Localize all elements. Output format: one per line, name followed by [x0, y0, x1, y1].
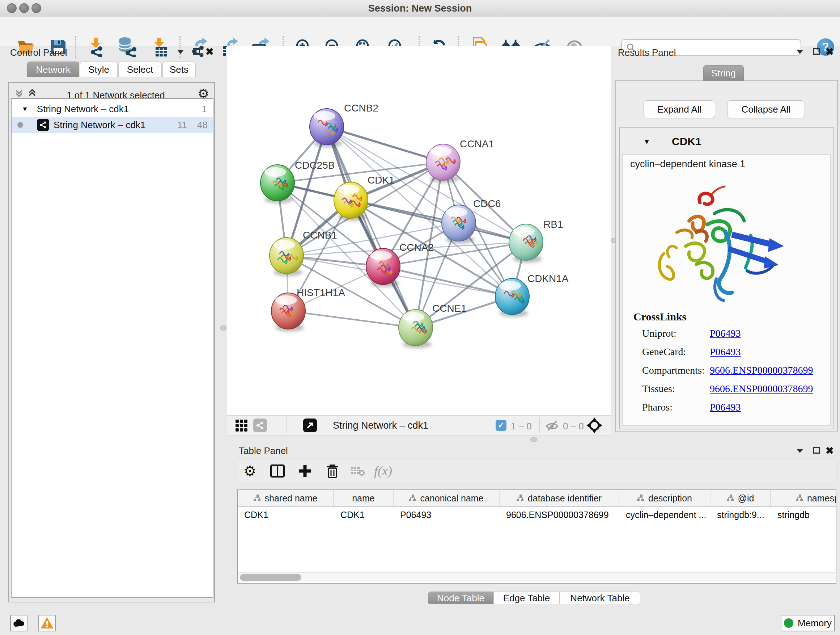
show-columns-icon[interactable]: [269, 463, 286, 479]
tab-style[interactable]: Style: [80, 62, 118, 77]
column-header-canonical-name[interactable]: canonical name: [393, 490, 500, 506]
network-canvas[interactable]: CCNB2CCNA1CDC25BCDK1CDC6RB1CCNB1CCNA2CDK…: [227, 46, 611, 415]
control-panel-float-icon[interactable]: [193, 48, 200, 55]
string-network-icon: [37, 119, 49, 131]
network-node-CDK1[interactable]: CDK1: [334, 174, 395, 221]
edge-CCNB2-CCNA1[interactable]: [327, 127, 443, 162]
node-label-CCNE1: CCNE1: [432, 302, 467, 314]
cell-description: cyclin–dependent ...: [619, 507, 711, 523]
collapse-all-button[interactable]: Collapse All: [727, 100, 805, 119]
hidden-count: 0 – 0: [563, 421, 584, 432]
tab-sets[interactable]: Sets: [163, 62, 196, 77]
net-toolbar-separator: [539, 417, 540, 432]
table-panel-close-icon[interactable]: ✖: [826, 446, 834, 456]
delete-table-icon: [349, 463, 366, 479]
cytoscape-window: Session: New Session: [0, 0, 840, 635]
tab-edge-table[interactable]: Edge Table: [493, 592, 560, 605]
import-table-file-icon[interactable]: [150, 37, 171, 57]
column-header-shared-name[interactable]: shared name: [238, 490, 334, 506]
network-node-CCNB2[interactable]: CCNB2: [309, 103, 378, 147]
column-header--id[interactable]: @id: [711, 490, 771, 506]
collection-count: 1: [202, 103, 207, 115]
tab-node-table[interactable]: Node Table: [428, 592, 493, 605]
selected-nodes-checkbox[interactable]: ✓: [496, 420, 507, 431]
network-share-gray-icon[interactable]: [253, 418, 267, 432]
open-in-browser-icon[interactable]: [303, 418, 317, 432]
crosslink-link-uniprot[interactable]: P06493: [710, 328, 741, 339]
node-label-HIST1H1A: HIST1H1A: [297, 287, 345, 298]
network-node-CDC6[interactable]: CDC6: [442, 198, 501, 244]
network-tree-item-row[interactable]: String Network – cdk1 11 48: [11, 117, 213, 133]
control-panel-close-icon[interactable]: ✖: [205, 47, 214, 57]
table-horizontal-scrollbar[interactable]: [238, 572, 835, 582]
network-tree: ▼ String Network – cdk1 1 String Network…: [11, 98, 213, 598]
crosslink-link-compartments[interactable]: 9606.ENSP00000378699: [710, 364, 813, 376]
edge-HIST1H1A-CCNE1[interactable]: [288, 311, 416, 328]
crosslink-link-genecard[interactable]: P06493: [710, 346, 741, 358]
warnings-button[interactable]: [38, 615, 56, 631]
column-label: namespace: [807, 493, 836, 504]
cloud-icon: [13, 619, 25, 627]
column-header-database-identifier[interactable]: database identifier: [500, 490, 619, 506]
memory-button[interactable]: Memory: [781, 615, 835, 631]
column-type-icon: [637, 494, 645, 502]
memory-label: Memory: [798, 618, 832, 629]
memory-ok-icon: [784, 618, 793, 628]
column-header-namespace[interactable]: namespace: [771, 490, 836, 506]
network-node-RB1[interactable]: RB1: [509, 219, 563, 263]
current-network-dot-icon: [17, 122, 23, 128]
network-tree-group-row[interactable]: ▼ String Network – cdk1 1: [11, 101, 213, 117]
control-panel-menu-icon[interactable]: [177, 50, 184, 54]
results-panel-menu-icon[interactable]: [797, 50, 803, 54]
expand-all-button[interactable]: Expand All: [644, 100, 715, 119]
toolbar-separator: [180, 36, 180, 58]
crosslink-link-tissues[interactable]: 9606.ENSP00000378699: [710, 383, 813, 394]
network-node-CCNA1[interactable]: CCNA1: [426, 138, 494, 183]
birdseye-grid-icon[interactable]: [235, 419, 248, 433]
table-row[interactable]: CDK1CDK1P064939606.ENSP00000378699cyclin…: [238, 507, 836, 523]
table-options-gear-icon[interactable]: ⚙: [242, 463, 258, 479]
results-panel-close-icon[interactable]: ✖: [826, 47, 834, 57]
network-node-CCNE1[interactable]: CCNE1: [399, 302, 467, 348]
crosslink-label-pharos: Pharos:: [642, 402, 673, 413]
gene-collapse-icon[interactable]: ▼: [643, 138, 651, 146]
crosslink-link-pharos[interactable]: P06493: [710, 402, 741, 413]
column-label: database identifier: [528, 493, 602, 504]
node-table[interactable]: shared namenamecanonical namedatabase id…: [237, 489, 836, 584]
tree-expander-icon[interactable]: ▼: [22, 105, 28, 113]
tab-network-table[interactable]: Network Table: [560, 592, 640, 605]
network-collection-label: String Network – cdk1: [37, 103, 129, 115]
tab-network[interactable]: Network: [27, 62, 79, 77]
add-column-icon[interactable]: [297, 463, 313, 479]
column-header-name[interactable]: name: [334, 490, 393, 506]
network-edge-count: 48: [197, 119, 208, 131]
table-panel-title: Table Panel: [239, 445, 288, 456]
tab-select[interactable]: Select: [118, 62, 162, 77]
node-label-CCNA2: CCNA2: [399, 242, 434, 253]
network-node-CDKN1A[interactable]: CDKN1A: [495, 273, 569, 317]
delete-column-icon[interactable]: [324, 463, 341, 479]
network-node-HIST1H1A[interactable]: HIST1H1A: [271, 287, 345, 332]
control-panel-title: Control Panel: [10, 47, 67, 58]
scrollbar-thumb[interactable]: [240, 574, 302, 581]
bottom-splitter-grip[interactable]: [531, 437, 537, 442]
import-network-database-icon[interactable]: [117, 37, 137, 57]
table-panel-menu-icon[interactable]: [797, 449, 803, 453]
left-splitter-grip[interactable]: [220, 325, 226, 331]
protein-structure-image: [642, 170, 801, 317]
results-panel-float-icon[interactable]: [813, 48, 820, 55]
crosslink-label-uniprot: Uniprot:: [642, 328, 676, 339]
node-label-CCNA1: CCNA1: [460, 138, 494, 149]
warning-icon: [41, 618, 53, 629]
cloud-status-button[interactable]: [10, 615, 27, 631]
table-panel-float-icon[interactable]: [813, 447, 820, 454]
column-label: @id: [738, 493, 754, 504]
column-type-icon: [796, 494, 804, 502]
import-network-file-icon[interactable]: [86, 37, 106, 57]
node-label-CDC6: CDC6: [473, 198, 501, 209]
tab-string[interactable]: String: [703, 65, 744, 81]
column-header-description[interactable]: description: [619, 490, 711, 506]
cell-shared-name: CDK1: [238, 507, 334, 523]
fit-selected-crosshair-icon[interactable]: [586, 417, 603, 435]
network-node-CDC25B[interactable]: CDC25B: [261, 160, 335, 203]
